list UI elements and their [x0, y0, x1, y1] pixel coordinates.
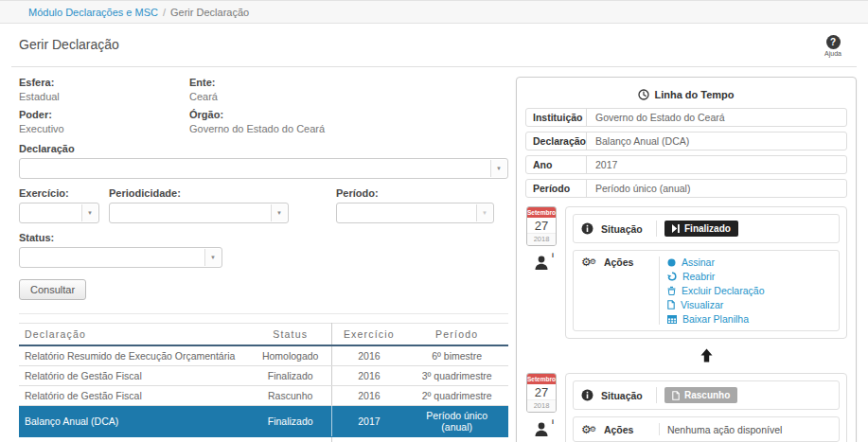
baixar-planilha-link[interactable]: Baixar Planilha — [667, 313, 765, 325]
visualizar-link[interactable]: Visualizar — [667, 299, 765, 310]
calendar-month: Setembro — [527, 207, 556, 218]
cell-status[interactable]: Rascunho — [249, 386, 332, 406]
file-icon — [667, 300, 675, 309]
up-arrow-icon — [565, 348, 847, 364]
file-icon — [672, 391, 680, 400]
exercicio-label: Exercício: — [19, 187, 99, 199]
chevron-down-icon: ▼ — [204, 249, 221, 266]
chevron-down-icon: ▼ — [476, 204, 492, 221]
timeline-title: Linha do Tempo — [654, 89, 734, 100]
cell-declaracao[interactable]: Relatório Resumido de Execução Orçamentá… — [19, 345, 249, 366]
breadcrumb-module-link[interactable]: Módulo Declarações e MSC — [28, 7, 158, 18]
cell-status[interactable]: Rascunho — [249, 437, 332, 442]
consultar-button[interactable]: Consultar — [19, 279, 86, 300]
calendar-year: 2018 — [527, 399, 556, 412]
reopen-icon — [667, 272, 677, 281]
instituicao-label: Instituição — [526, 109, 587, 126]
table-row-selected[interactable]: Balanço Anual (DCA) Finalizado 2017 Perí… — [19, 406, 508, 437]
acoes-row: ⚙⚙ Ações Nenhuma ação disponível — [573, 416, 840, 442]
status-badge-finalizado: Finalizado — [664, 221, 738, 237]
cell-status[interactable]: Finalizado — [249, 366, 332, 386]
no-actions-text: Nenhuma ação disponível — [667, 423, 782, 435]
situacao-row: Situação Rascunho — [573, 380, 840, 410]
exercicio-select[interactable]: ▼ — [19, 203, 99, 223]
declaracao-value: Balanço Anual (DCA) — [587, 133, 698, 150]
table-icon — [667, 315, 677, 324]
breadcrumb-separator: / — [163, 7, 166, 18]
ano-label: Ano — [526, 156, 587, 173]
page-title: Gerir Declaração — [19, 37, 119, 52]
gears-icon: ⚙⚙ — [581, 256, 596, 268]
chevron-down-icon: ▼ — [81, 204, 97, 221]
breadcrumb: Módulo Declarações e MSC / Gerir Declara… — [0, 0, 868, 24]
trash-icon — [667, 286, 676, 295]
calendar-year: 2018 — [527, 233, 556, 245]
cell-periodo[interactable]: 6º bimestre — [405, 345, 508, 366]
periodicidade-label: Periodicidade: — [109, 187, 289, 199]
calendar-day: 27 — [527, 384, 556, 399]
orgao-value: Governo do Estado do Ceará — [189, 123, 508, 134]
periodo-label: Período — [526, 180, 587, 197]
cell-periodo[interactable]: 1º bimestre — [405, 437, 508, 442]
entry-box: Situação Finalizado ⚙⚙ Ações — [565, 206, 847, 339]
breadcrumb-current: Gerir Declaração — [170, 7, 249, 18]
column-header-declaracao[interactable]: Declaração — [19, 324, 249, 346]
cell-periodo[interactable]: Período único (anual) — [405, 406, 508, 437]
cell-exercicio[interactable]: 2017 — [332, 406, 406, 437]
esfera-field: Esfera: Estadual — [19, 77, 189, 102]
cell-declaracao[interactable]: Relatório de Gestão Fiscal — [19, 386, 249, 406]
cell-periodo[interactable]: 3º quadrimestre — [405, 366, 508, 386]
chevron-down-icon: ▼ — [271, 204, 287, 221]
user-icon: i — [533, 255, 550, 272]
column-header-periodo[interactable]: Período — [405, 324, 508, 346]
status-label: Status: — [19, 232, 508, 243]
acoes-label: Ações — [604, 256, 651, 268]
help-label: Ajuda — [824, 50, 841, 57]
help-button[interactable]: ? Ajuda — [824, 35, 841, 57]
periodicidade-select[interactable]: ▼ — [109, 203, 289, 223]
column-header-exercicio[interactable]: Exercício — [332, 324, 406, 346]
calendar-card[interactable]: Setembro 27 2018 — [526, 373, 557, 413]
periodo-select: ▼ — [336, 203, 494, 223]
table-row[interactable]: Relatório de Gestão Fiscal Rascunho 2016… — [19, 386, 508, 406]
status-select[interactable]: ▼ — [19, 247, 222, 268]
cell-exercicio[interactable]: 2016 — [332, 345, 406, 366]
calendar-day: 27 — [527, 218, 556, 233]
cell-status[interactable]: Finalizado — [249, 406, 332, 437]
cell-exercicio[interactable]: 2017 — [332, 437, 406, 442]
table-row[interactable]: Relatório Resumido de Execução Orçamentá… — [19, 437, 508, 442]
excluir-declaracao-link[interactable]: Excluir Declaração — [667, 285, 765, 296]
cell-declaracao[interactable]: Relatório de Gestão Fiscal — [19, 366, 249, 386]
declaracao-label: Declaração — [526, 133, 587, 150]
status-badge-rascunho: Rascunho — [664, 387, 737, 403]
table-row[interactable]: Relatório de Gestão Fiscal Finalizado 20… — [19, 366, 508, 386]
cell-status[interactable]: Homologado — [249, 345, 332, 366]
instituicao-value: Governo do Estado do Ceará — [587, 109, 734, 126]
cell-periodo[interactable]: 2º quadrimestre — [405, 386, 508, 406]
periodo-label: Período: — [336, 187, 494, 199]
ano-field: Ano 2017 — [525, 155, 847, 174]
poder-label: Poder: — [19, 109, 189, 120]
column-header-status[interactable]: Status — [249, 324, 332, 346]
cell-exercicio[interactable]: 2016 — [332, 386, 406, 406]
calendar-card[interactable]: Setembro 27 2018 — [526, 206, 557, 246]
results-table: Declaração Status Exercício Período Rela… — [19, 313, 508, 442]
table-row[interactable]: Relatório Resumido de Execução Orçamentá… — [19, 345, 508, 366]
assinar-link[interactable]: Assinar — [667, 256, 765, 268]
declaracao-select[interactable]: ▼ — [19, 158, 508, 179]
instituicao-field: Instituição Governo do Estado do Ceará — [525, 108, 847, 127]
cell-exercicio[interactable]: 2016 — [332, 366, 406, 386]
user-icon: i — [533, 421, 550, 438]
poder-field: Poder: Executivo — [19, 109, 189, 134]
periodo-field: Período Período único (anual) — [525, 179, 847, 198]
timeline-panel: Linha do Tempo Instituição Governo do Es… — [516, 77, 857, 442]
cell-declaracao[interactable]: Relatório Resumido de Execução Orçamentá… — [19, 437, 249, 442]
orgao-field: Órgão: Governo do Estado do Ceará — [189, 109, 508, 134]
acoes-label: Ações — [604, 424, 651, 435]
reabrir-link[interactable]: Reabrir — [667, 271, 765, 282]
esfera-value: Estadual — [19, 91, 189, 102]
cell-declaracao[interactable]: Balanço Anual (DCA) — [19, 406, 249, 437]
ente-field: Ente: Ceará — [189, 77, 508, 102]
declaracao-label: Declaração — [19, 143, 508, 154]
situacao-row: Situação Finalizado — [573, 214, 840, 243]
